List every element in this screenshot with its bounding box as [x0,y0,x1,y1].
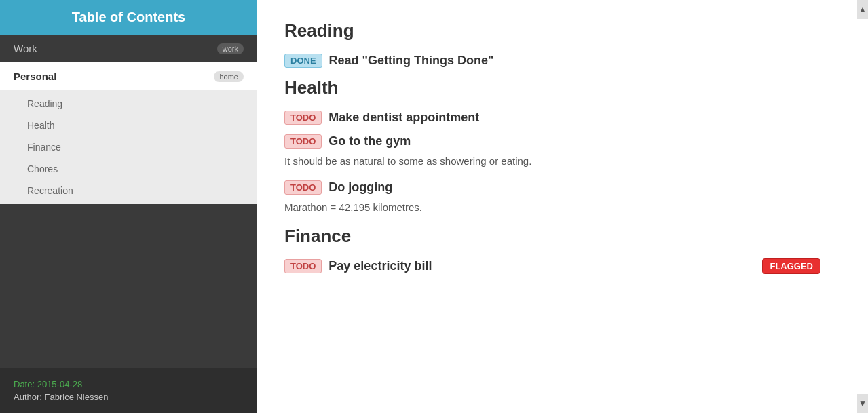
todo-row: TODOMake dentist appointment [284,111,841,125]
todo-row: TODODo jogging [284,180,841,195]
sidebar-section-personal-label: Personal [14,71,56,82]
main-content[interactable]: ReadingDONERead "Getting Things Done"Hea… [257,0,868,413]
badge-todo: TODO [284,134,322,149]
section-heading-1: Health [284,77,841,98]
todo-text: Do jogging [328,180,392,195]
sidebar-item-reading[interactable]: Reading [0,93,257,115]
sidebar-section-personal[interactable]: Personal home [0,62,257,90]
todo-row: DONERead "Getting Things Done" [284,54,841,68]
sidebar-section-work-tag: work [217,43,244,54]
sidebar-title: Table of Contents [14,9,244,25]
sidebar-section-work-label: Work [14,43,37,54]
sidebar-item-chores[interactable]: Chores [0,158,257,180]
sidebar: Table of Contents Work work Personal hom… [0,0,257,413]
section-heading-2: Finance [284,226,841,247]
todo-row: TODOGo to the gym [284,134,841,149]
flagged-badge: FLAGGED [762,258,820,274]
todo-text: Make dentist appointment [328,111,479,125]
badge-todo: TODO [284,180,322,195]
todo-text: Read "Getting Things Done" [329,54,494,68]
note-text: Marathon = 42.195 kilometres. [284,200,841,216]
badge-todo: TODO [284,259,322,273]
scroll-up-arrow[interactable]: ▲ [857,0,868,19]
sidebar-footer-author: Author: Fabrice Niessen [14,392,244,402]
todo-text: Go to the gym [328,134,411,149]
badge-done: DONE [284,54,322,68]
sidebar-section-work[interactable]: Work work [0,35,257,62]
sidebar-item-finance[interactable]: Finance [0,136,257,158]
sidebar-section-personal-tag: home [214,71,244,82]
section-heading-0: Reading [284,20,841,41]
sidebar-item-health[interactable]: Health [0,115,257,136]
note-text: It should be as natural to some as showe… [284,154,841,170]
scroll-down-arrow[interactable]: ▼ [857,394,868,413]
sidebar-subitems: Reading Health Finance Chores Recreation [0,90,257,204]
sidebar-item-recreation[interactable]: Recreation [0,180,257,201]
sidebar-footer: Date: 2015-04-28 Author: Fabrice Niessen [0,368,257,413]
badge-todo: TODO [284,111,322,125]
todo-text: Pay electricity bill [328,259,432,273]
sidebar-footer-date: Date: 2015-04-28 [14,379,244,389]
todo-row: TODOPay electricity billFLAGGED [284,259,841,273]
sidebar-header: Table of Contents [0,0,257,35]
